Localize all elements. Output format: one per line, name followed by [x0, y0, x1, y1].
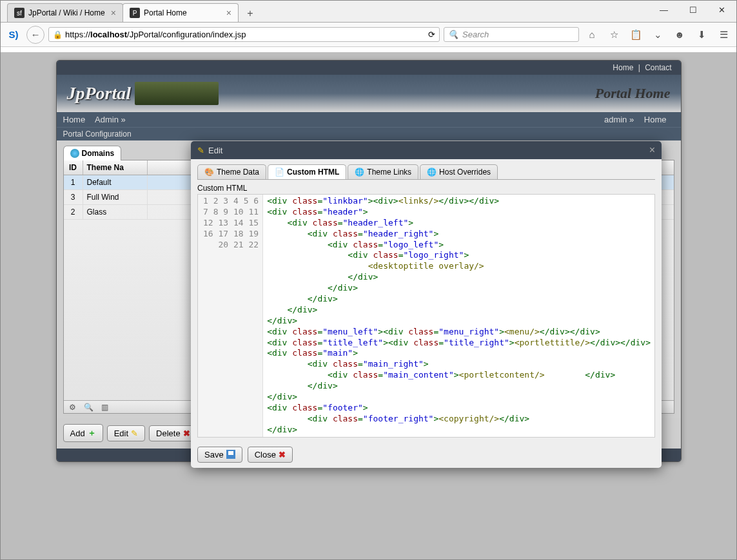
gear-icon[interactable]: ⚙: [69, 403, 76, 412]
menu-bar: Home Admin » admin » Home: [57, 112, 681, 127]
browser-tabs: sf JpPortal / Wiki / Home × P Portal Hom…: [1, 1, 736, 23]
close-window-button[interactable]: ✕: [707, 1, 736, 19]
favicon-icon: P: [130, 8, 140, 18]
banner: JpPortal Portal Home: [57, 75, 681, 112]
pencil-icon: ✎: [131, 429, 138, 438]
search-input[interactable]: 🔍 Search: [444, 27, 579, 42]
edit-modal: ✎ Edit × 🎨Theme Data📄Custom HTML🌐Theme L…: [191, 141, 662, 468]
tab-icon: 📄: [275, 168, 284, 177]
top-nav: Home | Contact: [57, 61, 681, 75]
col-id[interactable]: ID: [64, 160, 83, 175]
logo-image: [135, 82, 219, 105]
tab-icon: 🌐: [355, 168, 364, 177]
browser-tab-0[interactable]: sf JpPortal / Wiki / Home ×: [7, 3, 123, 22]
tab-title: Portal Home: [144, 8, 187, 17]
bookmark-icon[interactable]: ☆: [605, 26, 623, 44]
url-input[interactable]: 🔒 https://localhost/JpPortal/configurati…: [48, 27, 440, 42]
sub-bar: Portal Configuration: [57, 127, 681, 140]
back-button[interactable]: ←: [26, 26, 44, 44]
menu-user[interactable]: admin »: [604, 115, 634, 124]
search-icon: 🔍: [448, 30, 458, 39]
x-icon: ✖: [183, 429, 190, 438]
modal-tab-0[interactable]: 🎨Theme Data: [197, 164, 266, 179]
tab-title: JpPortal / Wiki / Home: [28, 8, 105, 17]
modal-titlebar[interactable]: ✎ Edit ×: [191, 141, 662, 159]
window-controls: — ☐ ✕: [649, 1, 736, 19]
x-icon: ✖: [279, 450, 286, 459]
code-area[interactable]: <div class="linkbar"><div><links/></div>…: [263, 195, 654, 437]
topnav-home[interactable]: Home: [613, 63, 633, 72]
pencil-icon: ✎: [197, 146, 204, 155]
home-icon[interactable]: ⌂: [583, 26, 601, 44]
list-icon[interactable]: ▥: [101, 403, 108, 412]
maximize-button[interactable]: ☐: [678, 1, 707, 19]
browser-tab-1[interactable]: P Portal Home ×: [123, 3, 239, 22]
address-bar: S) ← 🔒 https://localhost/JpPortal/config…: [1, 23, 736, 47]
new-tab-button[interactable]: +: [242, 5, 259, 22]
col-name[interactable]: Theme Na: [83, 160, 148, 175]
close-tab-icon[interactable]: ×: [111, 8, 116, 18]
identity-icon[interactable]: S): [5, 26, 23, 44]
tab-label: Domains: [82, 149, 115, 158]
downloads-icon[interactable]: ⬇: [693, 26, 711, 44]
reload-icon[interactable]: ⟳: [428, 30, 435, 39]
menu-home[interactable]: Home: [63, 115, 86, 124]
clipboard-icon[interactable]: 📋: [627, 26, 645, 44]
add-button[interactable]: Add ＋: [63, 424, 103, 442]
edit-button[interactable]: Edit ✎: [107, 425, 145, 441]
disk-icon: [226, 450, 235, 459]
modal-tabs: 🎨Theme Data📄Custom HTML🌐Theme Links🌐Host…: [197, 164, 655, 180]
menu-icon[interactable]: ☰: [714, 26, 732, 44]
logo: JpPortal: [67, 82, 219, 105]
code-editor[interactable]: 1 2 3 4 5 6 7 8 9 10 11 12 13 14 15 16 1…: [197, 194, 655, 438]
plus-icon: ＋: [88, 427, 96, 439]
close-tab-icon[interactable]: ×: [226, 8, 231, 18]
tab-domains[interactable]: Domains: [63, 146, 122, 160]
pocket-icon[interactable]: ⌄: [649, 26, 667, 44]
close-button[interactable]: Close ✖: [248, 447, 293, 463]
minimize-button[interactable]: —: [649, 1, 678, 19]
topnav-contact[interactable]: Contact: [645, 63, 671, 72]
search-placeholder: Search: [462, 30, 489, 39]
menu-admin[interactable]: Admin »: [95, 115, 126, 124]
save-button[interactable]: Save: [197, 447, 242, 463]
lock-icon: 🔒: [53, 30, 63, 39]
favicon-icon: sf: [14, 8, 25, 18]
modal-title-text: Edit: [208, 146, 222, 155]
tab-icon: 🌐: [427, 168, 437, 177]
line-gutter: 1 2 3 4 5 6 7 8 9 10 11 12 13 14 15 16 1…: [198, 195, 263, 437]
face-icon[interactable]: ☻: [671, 26, 689, 44]
url-text: https://localhost/JpPortal/configuration…: [65, 30, 246, 39]
search-icon[interactable]: 🔍: [84, 403, 93, 412]
modal-tab-1[interactable]: 📄Custom HTML: [268, 164, 346, 179]
modal-tab-3[interactable]: 🌐Host Overrides: [420, 164, 498, 179]
delete-button[interactable]: Delete ✖: [149, 425, 197, 441]
modal-body: 🎨Theme Data📄Custom HTML🌐Theme Links🌐Host…: [191, 159, 662, 468]
modal-buttons: Save Close ✖: [197, 447, 655, 463]
section-label: Custom HTML: [197, 184, 655, 193]
browser-window: — ☐ ✕ sf JpPortal / Wiki / Home × P Port…: [0, 0, 737, 560]
close-modal-icon[interactable]: ×: [649, 144, 655, 156]
page-title: Portal Home: [595, 85, 671, 102]
menu-home-right[interactable]: Home: [644, 115, 667, 124]
globe-icon: [70, 149, 79, 158]
logo-text: JpPortal: [67, 83, 132, 104]
tab-icon: 🎨: [204, 168, 214, 177]
modal-tab-2[interactable]: 🌐Theme Links: [348, 164, 418, 179]
